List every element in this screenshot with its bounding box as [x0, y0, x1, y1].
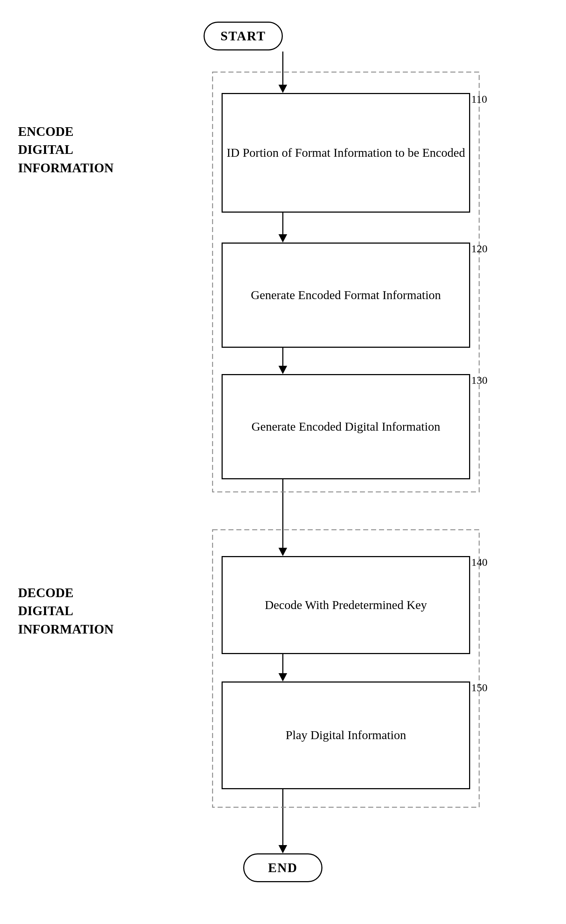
svg-marker-9	[279, 673, 287, 681]
box-140-label: Decode With Predetermined Key	[265, 597, 427, 613]
box-110-label: ID Portion of Format Information to be E…	[227, 145, 465, 161]
box-110: ID Portion of Format Information to be E…	[222, 93, 470, 213]
ref-130: 130	[471, 374, 487, 386]
ref-110: 110	[471, 93, 487, 105]
svg-marker-7	[279, 548, 287, 556]
start-node: START	[204, 22, 283, 51]
svg-marker-5	[279, 366, 287, 374]
start-label: START	[220, 28, 266, 44]
ref-140: 140	[471, 556, 487, 568]
ref-120: 120	[471, 243, 487, 255]
box-150-label: Play Digital Information	[286, 727, 406, 743]
box-140: Decode With Predetermined Key	[222, 556, 470, 654]
flowchart-diagram: START ID Portion of Format Information t…	[0, 0, 566, 924]
end-label: END	[268, 860, 298, 875]
decode-region-label: DECODEDIGITALINFORMATION	[18, 584, 205, 638]
end-node: END	[243, 854, 322, 882]
svg-marker-1	[279, 85, 287, 93]
box-130-label: Generate Encoded Digital Information	[252, 419, 440, 435]
box-120: Generate Encoded Format Information	[222, 243, 470, 348]
svg-marker-3	[279, 234, 287, 243]
encode-region-label: ENCODEDIGITALINFORMATION	[18, 123, 205, 177]
ref-150: 150	[471, 681, 487, 694]
box-130: Generate Encoded Digital Information	[222, 374, 470, 479]
box-150: Play Digital Information	[222, 681, 470, 789]
box-120-label: Generate Encoded Format Information	[251, 287, 441, 303]
svg-marker-11	[279, 845, 287, 854]
